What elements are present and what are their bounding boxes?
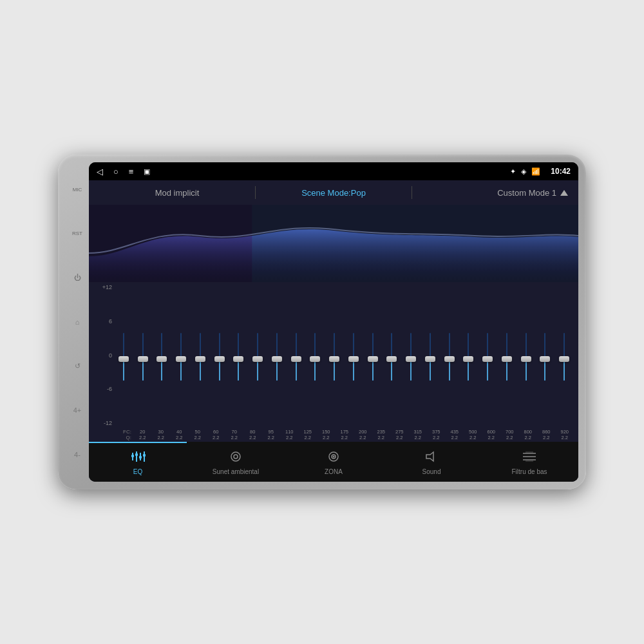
q-label-9: 2.2 [299, 435, 317, 440]
freq-label-19: 600 [483, 429, 500, 435]
slider-thumb-0[interactable] [118, 356, 129, 362]
q-label-18: 2.2 [464, 435, 482, 440]
side-controls: MIC RST ⏻ ⌂ ↺ 4+ 4- [66, 162, 89, 482]
grid-label-0: 0 [94, 353, 115, 359]
freq-label-21: 800 [520, 429, 537, 435]
svg-rect-1 [89, 205, 252, 282]
tab-ambient[interactable]: Sunet ambiental [187, 442, 285, 482]
slider-thumb-16[interactable] [425, 356, 435, 362]
slider-thumb-14[interactable] [386, 356, 397, 362]
q-label-7: 2.2 [263, 435, 280, 440]
sliders-row [115, 285, 573, 429]
slider-thumb-20[interactable] [502, 356, 512, 362]
vol-up-btn[interactable]: 4+ [70, 403, 84, 417]
slider-col-13 [364, 285, 382, 429]
freq-label-17: 435 [446, 429, 464, 435]
back-nav-icon[interactable]: ◁ [97, 167, 103, 176]
slider-thumb-15[interactable] [406, 356, 416, 362]
svg-point-15 [333, 455, 335, 457]
slider-thumb-9[interactable] [291, 356, 301, 362]
tab-sound[interactable]: Sound [383, 442, 480, 482]
svg-rect-4 [131, 455, 134, 457]
slider-thumb-13[interactable] [368, 356, 378, 362]
freq-label-3: 50 [189, 429, 207, 435]
tab-bass-label: Filtru de bas [511, 468, 547, 475]
slider-col-17 [440, 285, 459, 429]
slider-thumb-23[interactable] [559, 356, 569, 362]
screenshot-icon[interactable]: ▣ [144, 167, 150, 176]
sliders-area: FC:2030405060708095110125150175200235275… [115, 285, 573, 442]
q-label-4: 2.2 [207, 435, 225, 440]
clock: 10:42 [551, 167, 571, 176]
mode-scene[interactable]: Scene Mode:Pop [256, 188, 412, 198]
grid-label-n12: -12 [94, 421, 115, 426]
svg-rect-10 [143, 454, 146, 457]
tab-bass[interactable]: Filtru de bas [480, 442, 578, 482]
slider-col-22 [536, 285, 554, 429]
freq-label-12: 200 [354, 429, 372, 435]
slider-col-0 [115, 285, 133, 429]
tab-zona[interactable]: ZONA [285, 442, 383, 482]
freq-label-18: 500 [464, 429, 482, 435]
slider-thumb-1[interactable] [138, 356, 148, 362]
svg-point-12 [234, 455, 238, 459]
slider-thumb-8[interactable] [272, 356, 282, 362]
mode-custom[interactable]: Custom Mode 1 [412, 188, 568, 198]
slider-col-18 [460, 285, 478, 429]
slider-col-6 [230, 285, 248, 429]
slider-thumb-19[interactable] [482, 356, 493, 362]
slider-thumb-17[interactable] [444, 356, 455, 362]
vol-down-btn[interactable]: 4- [70, 448, 84, 462]
slider-thumb-12[interactable] [348, 356, 359, 362]
q-label-16: 2.2 [428, 435, 445, 440]
slider-thumb-5[interactable] [214, 356, 225, 362]
freq-label-8: 110 [281, 429, 298, 435]
q-label-5: 2.2 [226, 435, 243, 440]
tab-eq[interactable]: EQ [89, 442, 187, 482]
slider-thumb-2[interactable] [156, 356, 167, 362]
svg-marker-16 [426, 452, 433, 461]
rst-btn: RST [70, 227, 84, 241]
slider-thumb-11[interactable] [329, 356, 339, 362]
svg-rect-2 [252, 205, 578, 282]
fc-row: FC:2030405060708095110125150175200235275… [115, 429, 573, 435]
grid-labels: +12 6 0 -6 -12 [94, 285, 115, 426]
slider-col-11 [325, 285, 343, 429]
slider-thumb-4[interactable] [195, 356, 205, 362]
slider-thumb-7[interactable] [252, 356, 263, 362]
slider-thumb-18[interactable] [463, 356, 473, 362]
power-btn[interactable]: ⏻ [70, 270, 84, 285]
q-label-17: 2.2 [446, 435, 464, 440]
q-label-13: 2.2 [373, 435, 390, 440]
slider-thumb-10[interactable] [310, 356, 320, 362]
screen: ◁ ○ ≡ ▣ ✦ ◈ 📶 10:42 Mod implicit Sce [89, 162, 578, 482]
bottom-nav: EQ Sunet ambiental [89, 442, 578, 482]
q-label-20: 2.2 [501, 435, 518, 440]
home-nav-icon[interactable]: ○ [113, 167, 118, 176]
slider-thumb-21[interactable] [521, 356, 531, 362]
q-label-14: 2.2 [391, 435, 408, 440]
mode-bar: Mod implicit Scene Mode:Pop Custom Mode … [89, 180, 578, 205]
freq-label-2: 40 [171, 429, 188, 435]
eq-icon [130, 450, 146, 466]
back-btn[interactable]: ↺ [70, 359, 84, 374]
slider-thumb-3[interactable] [176, 356, 186, 362]
home-btn[interactable]: ⌂ [70, 315, 84, 329]
freq-label-14: 275 [391, 429, 408, 435]
slider-thumb-6[interactable] [233, 356, 243, 362]
q-label-3: 2.2 [189, 435, 207, 440]
freq-label-23: 920 [556, 429, 574, 435]
q-label-2: 2.2 [171, 435, 188, 440]
menu-nav-icon[interactable]: ≡ [129, 167, 134, 176]
freq-label-9: 125 [299, 429, 317, 435]
slider-col-2 [153, 285, 171, 429]
q-label-1: 2.2 [153, 435, 170, 440]
freq-label-16: 375 [428, 429, 445, 435]
slider-col-9 [287, 285, 305, 429]
slider-col-12 [345, 285, 363, 429]
slider-thumb-22[interactable] [540, 356, 550, 362]
eq-visual[interactable] [89, 205, 578, 282]
tab-zona-label: ZONA [325, 468, 343, 475]
mic-btn: MIC [70, 182, 84, 196]
mode-implicit[interactable]: Mod implicit [99, 188, 255, 198]
